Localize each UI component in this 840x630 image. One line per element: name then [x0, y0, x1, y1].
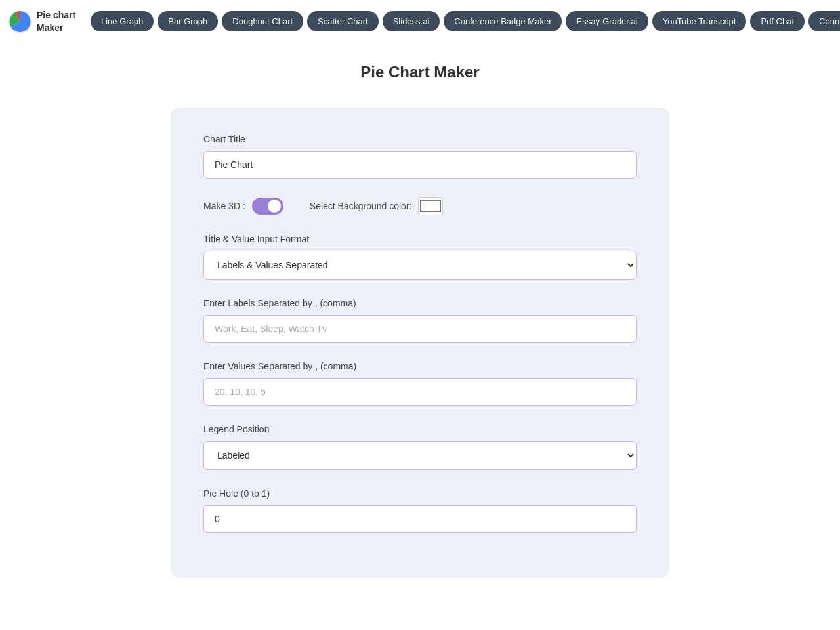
input-format-select[interactable]: Labels & Values SeparatedCombined (Label…: [203, 251, 637, 280]
make-3d-item: Make 3D :: [203, 198, 284, 215]
input-format-group: Title & Value Input Format Labels & Valu…: [203, 234, 637, 280]
chart-title-label: Chart Title: [203, 134, 637, 144]
page-title: Pie Chart Maker: [13, 63, 827, 81]
nav-btn-bar-graph[interactable]: Bar Graph: [158, 11, 218, 32]
legend-position-label: Legend Position: [203, 424, 637, 434]
make-3d-label: Make 3D :: [203, 201, 245, 211]
form-card: Chart Title Make 3D : Select Background …: [171, 108, 669, 578]
nav-btn-scatter-chart[interactable]: Scatter Chart: [307, 11, 379, 32]
pie-hole-input[interactable]: [203, 505, 637, 533]
chart-title-group: Chart Title: [203, 134, 637, 178]
nav-btn-essay-grader-ai[interactable]: Essay-Grader.ai: [566, 11, 648, 32]
nav-btn-youtube-transcript[interactable]: YouTube Transcript: [652, 11, 747, 32]
nav-logo-text: Pie chart Maker: [37, 9, 80, 33]
bg-color-item: Select Background color:: [310, 197, 444, 215]
main-content: Pie Chart Maker Chart Title Make 3D : Se…: [0, 43, 840, 597]
nav-btn-conference-badge-maker[interactable]: Conference Badge Maker: [444, 11, 562, 32]
make-3d-row: Make 3D : Select Background color:: [203, 197, 637, 215]
values-input[interactable]: [203, 378, 637, 406]
chart-title-input[interactable]: [203, 151, 637, 178]
nav-btn-slidess-ai[interactable]: Slidess.ai: [383, 11, 440, 32]
labels-label: Enter Labels Separated by , (comma): [203, 298, 637, 308]
nav-logo[interactable]: Pie chart Maker: [8, 9, 80, 33]
nav-btn-line-graph[interactable]: Line Graph: [91, 11, 154, 32]
navbar: Pie chart Maker Line GraphBar GraphDough…: [0, 0, 840, 43]
legend-position-group: Legend Position LabeledTopBottomLeftRigh…: [203, 424, 637, 470]
bg-color-picker[interactable]: [418, 197, 443, 215]
input-format-label: Title & Value Input Format: [203, 234, 637, 244]
make-3d-toggle[interactable]: [252, 198, 284, 215]
pie-chart-icon: [8, 10, 32, 33]
bg-color-label: Select Background color:: [310, 201, 412, 211]
labels-input[interactable]: [203, 315, 637, 343]
nav-btn-connections-hint-ai[interactable]: ConnectionsHint.ai: [808, 11, 840, 32]
pie-hole-label: Pie Hole (0 to 1): [203, 488, 637, 499]
nav-btn-doughnut-chart[interactable]: Doughnut Chart: [222, 11, 303, 32]
legend-position-select[interactable]: LabeledTopBottomLeftRightNone: [203, 441, 637, 470]
values-label: Enter Values Separated by , (comma): [203, 361, 637, 371]
nav-btn-pdf-chat[interactable]: Pdf Chat: [750, 11, 805, 32]
toggle-slider: [252, 198, 284, 215]
labels-group: Enter Labels Separated by , (comma): [203, 298, 637, 343]
pie-hole-group: Pie Hole (0 to 1): [203, 488, 637, 533]
values-group: Enter Values Separated by , (comma): [203, 361, 637, 406]
